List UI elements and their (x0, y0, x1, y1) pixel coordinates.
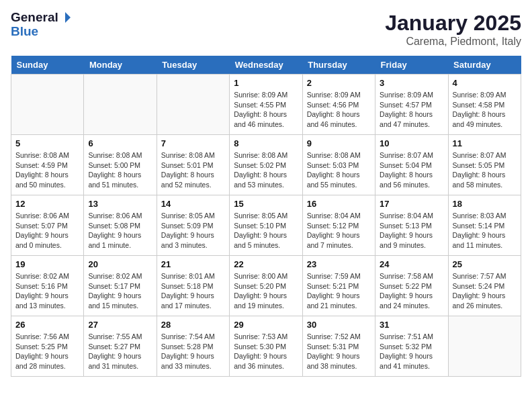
date-number: 9 (307, 138, 371, 148)
calendar-title: January 2025 (385, 11, 521, 36)
calendar-cell (11, 75, 84, 135)
page-header: General Blue January 2025 Carema, Piedmo… (11, 11, 521, 48)
date-number: 24 (380, 259, 443, 269)
date-number: 14 (161, 199, 225, 209)
day-header-tuesday: Tuesday (157, 56, 229, 75)
cell-info: Sunrise: 8:08 AMSunset: 5:03 PMDaylight:… (307, 150, 371, 190)
cell-info: Sunrise: 8:08 AMSunset: 5:01 PMDaylight:… (161, 150, 225, 190)
calendar-cell (157, 75, 229, 135)
calendar-cell: 19Sunrise: 8:02 AMSunset: 5:16 PMDayligh… (11, 256, 84, 316)
date-number: 22 (234, 259, 298, 269)
cell-info: Sunrise: 8:05 AMSunset: 5:10 PMDaylight:… (234, 211, 298, 250)
calendar-cell: 7Sunrise: 8:08 AMSunset: 5:01 PMDaylight… (157, 135, 229, 195)
date-number: 3 (380, 78, 443, 88)
calendar-cell: 8Sunrise: 8:08 AMSunset: 5:02 PMDaylight… (230, 135, 302, 195)
day-header-monday: Monday (84, 56, 157, 75)
calendar-table: SundayMondayTuesdayWednesdayThursdayFrid… (11, 56, 521, 377)
date-number: 20 (88, 259, 152, 269)
date-number: 18 (453, 199, 517, 209)
cell-info: Sunrise: 8:06 AMSunset: 5:07 PMDaylight:… (15, 211, 79, 250)
cell-info: Sunrise: 7:56 AMSunset: 5:25 PMDaylight:… (15, 332, 79, 371)
cell-info: Sunrise: 7:52 AMSunset: 5:31 PMDaylight:… (307, 332, 371, 371)
cell-info: Sunrise: 8:07 AMSunset: 5:05 PMDaylight:… (453, 150, 517, 190)
date-number: 7 (161, 138, 225, 148)
cell-info: Sunrise: 8:08 AMSunset: 4:59 PMDaylight:… (15, 150, 79, 190)
calendar-cell (84, 75, 157, 135)
calendar-cell: 23Sunrise: 7:59 AMSunset: 5:21 PMDayligh… (302, 256, 375, 316)
calendar-week-row: 5Sunrise: 8:08 AMSunset: 4:59 PMDaylight… (11, 135, 521, 195)
date-number: 19 (15, 259, 79, 269)
calendar-cell: 18Sunrise: 8:03 AMSunset: 5:14 PMDayligh… (448, 195, 521, 256)
calendar-header-row: SundayMondayTuesdayWednesdayThursdayFrid… (11, 56, 521, 75)
date-number: 29 (234, 320, 298, 330)
calendar-week-row: 26Sunrise: 7:56 AMSunset: 5:25 PMDayligh… (11, 316, 521, 377)
cell-info: Sunrise: 8:04 AMSunset: 5:13 PMDaylight:… (380, 211, 443, 250)
calendar-cell: 5Sunrise: 8:08 AMSunset: 4:59 PMDaylight… (11, 135, 84, 195)
day-header-thursday: Thursday (302, 56, 375, 75)
logo-general: General (11, 11, 58, 25)
day-header-wednesday: Wednesday (230, 56, 302, 75)
cell-info: Sunrise: 8:01 AMSunset: 5:18 PMDaylight:… (161, 271, 225, 311)
cell-info: Sunrise: 7:51 AMSunset: 5:32 PMDaylight:… (380, 332, 443, 371)
cell-info: Sunrise: 7:55 AMSunset: 5:27 PMDaylight:… (88, 332, 152, 371)
calendar-week-row: 1Sunrise: 8:09 AMSunset: 4:55 PMDaylight… (11, 75, 521, 135)
calendar-week-row: 19Sunrise: 8:02 AMSunset: 5:16 PMDayligh… (11, 256, 521, 316)
calendar-cell: 21Sunrise: 8:01 AMSunset: 5:18 PMDayligh… (157, 256, 229, 316)
date-number: 27 (88, 320, 152, 330)
calendar-cell (448, 316, 521, 377)
calendar-cell: 24Sunrise: 7:58 AMSunset: 5:22 PMDayligh… (375, 256, 448, 316)
cell-info: Sunrise: 7:59 AMSunset: 5:21 PMDaylight:… (307, 271, 371, 311)
date-number: 16 (307, 199, 371, 209)
calendar-cell: 14Sunrise: 8:05 AMSunset: 5:09 PMDayligh… (157, 195, 229, 256)
cell-info: Sunrise: 8:08 AMSunset: 5:00 PMDaylight:… (88, 150, 152, 190)
date-number: 15 (234, 199, 298, 209)
cell-info: Sunrise: 8:08 AMSunset: 5:02 PMDaylight:… (234, 150, 298, 190)
day-header-friday: Friday (375, 56, 448, 75)
cell-info: Sunrise: 8:09 AMSunset: 4:55 PMDaylight:… (234, 90, 298, 130)
calendar-cell: 6Sunrise: 8:08 AMSunset: 5:00 PMDaylight… (84, 135, 157, 195)
day-header-saturday: Saturday (448, 56, 521, 75)
date-number: 5 (15, 138, 79, 148)
date-number: 30 (307, 320, 371, 330)
date-number: 13 (88, 199, 152, 209)
calendar-cell: 2Sunrise: 8:09 AMSunset: 4:56 PMDaylight… (302, 75, 375, 135)
logo-icon (59, 11, 71, 24)
cell-info: Sunrise: 8:09 AMSunset: 4:57 PMDaylight:… (380, 90, 443, 130)
calendar-cell: 11Sunrise: 8:07 AMSunset: 5:05 PMDayligh… (448, 135, 521, 195)
date-number: 28 (161, 320, 225, 330)
cell-info: Sunrise: 8:00 AMSunset: 5:20 PMDaylight:… (234, 271, 298, 311)
calendar-cell: 4Sunrise: 8:09 AMSunset: 4:58 PMDaylight… (448, 75, 521, 135)
cell-info: Sunrise: 8:09 AMSunset: 4:58 PMDaylight:… (453, 90, 517, 130)
date-number: 8 (234, 138, 298, 148)
date-number: 31 (380, 320, 443, 330)
cell-info: Sunrise: 7:57 AMSunset: 5:24 PMDaylight:… (453, 271, 517, 311)
date-number: 17 (380, 199, 443, 209)
calendar-cell: 26Sunrise: 7:56 AMSunset: 5:25 PMDayligh… (11, 316, 84, 377)
cell-info: Sunrise: 8:09 AMSunset: 4:56 PMDaylight:… (307, 90, 371, 130)
logo-blue: Blue (11, 24, 38, 38)
cell-info: Sunrise: 7:58 AMSunset: 5:22 PMDaylight:… (380, 271, 443, 311)
calendar-cell: 28Sunrise: 7:54 AMSunset: 5:28 PMDayligh… (157, 316, 229, 377)
calendar-cell: 20Sunrise: 8:02 AMSunset: 5:17 PMDayligh… (84, 256, 157, 316)
logo: General Blue (11, 11, 72, 39)
calendar-cell: 17Sunrise: 8:04 AMSunset: 5:13 PMDayligh… (375, 195, 448, 256)
calendar-week-row: 12Sunrise: 8:06 AMSunset: 5:07 PMDayligh… (11, 195, 521, 256)
svg-marker-0 (65, 12, 71, 23)
calendar-cell: 22Sunrise: 8:00 AMSunset: 5:20 PMDayligh… (230, 256, 302, 316)
day-header-sunday: Sunday (11, 56, 84, 75)
calendar-cell: 12Sunrise: 8:06 AMSunset: 5:07 PMDayligh… (11, 195, 84, 256)
cell-info: Sunrise: 8:05 AMSunset: 5:09 PMDaylight:… (161, 211, 225, 250)
calendar-cell: 1Sunrise: 8:09 AMSunset: 4:55 PMDaylight… (230, 75, 302, 135)
calendar-cell: 25Sunrise: 7:57 AMSunset: 5:24 PMDayligh… (448, 256, 521, 316)
cell-info: Sunrise: 8:02 AMSunset: 5:17 PMDaylight:… (88, 271, 152, 311)
date-number: 10 (380, 138, 443, 148)
calendar-cell: 15Sunrise: 8:05 AMSunset: 5:10 PMDayligh… (230, 195, 302, 256)
date-number: 21 (161, 259, 225, 269)
calendar-cell: 30Sunrise: 7:52 AMSunset: 5:31 PMDayligh… (302, 316, 375, 377)
calendar-cell: 9Sunrise: 8:08 AMSunset: 5:03 PMDaylight… (302, 135, 375, 195)
calendar-cell: 10Sunrise: 8:07 AMSunset: 5:04 PMDayligh… (375, 135, 448, 195)
cell-info: Sunrise: 7:54 AMSunset: 5:28 PMDaylight:… (161, 332, 225, 371)
date-number: 23 (307, 259, 371, 269)
date-number: 4 (453, 78, 517, 88)
date-number: 1 (234, 78, 298, 88)
